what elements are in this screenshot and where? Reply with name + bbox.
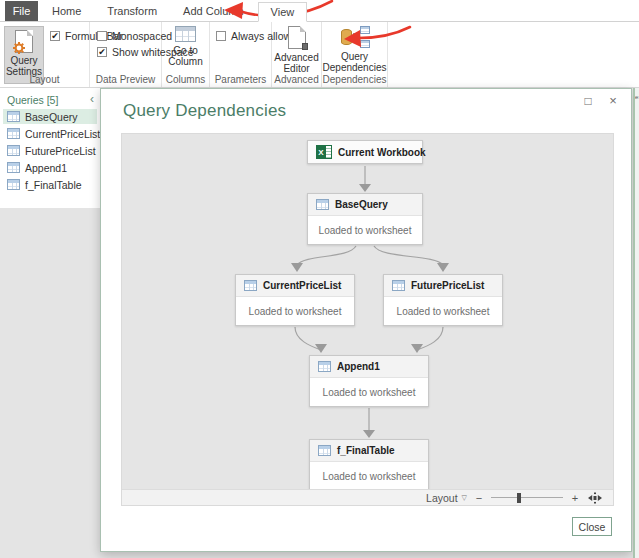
node-status: Loaded to worksheet — [308, 216, 422, 244]
ribbon-group-dependencies: Query Dependencies Dependencies — [322, 22, 388, 87]
chevron-down-icon: ▽ — [462, 494, 467, 502]
table-icon — [7, 111, 20, 122]
node-status: Loaded to worksheet — [310, 462, 428, 490]
gear-icon — [12, 41, 26, 55]
group-label-layout: Layout — [0, 74, 89, 85]
go-to-column-button[interactable]: Go to Column — [162, 26, 209, 67]
graph-node-current-workbook: Current Workbook — [307, 140, 423, 164]
node-status: Loaded to worksheet — [384, 297, 502, 325]
monospaced-checkbox[interactable]: Monospaced — [97, 30, 172, 42]
close-button[interactable]: Close — [572, 517, 612, 536]
tab-home[interactable]: Home — [40, 1, 93, 21]
dependency-graph-canvas[interactable]: Current Workbook BaseQuery Loaded to wor… — [121, 133, 614, 506]
table-icon — [7, 145, 20, 156]
tab-add-column[interactable]: Add Column — [171, 1, 256, 21]
group-label-data-preview: Data Preview — [90, 74, 161, 85]
ribbon-tab-bar: File Home Transform Add Column View — [0, 0, 639, 22]
ribbon-group-layout: Query Settings ✔ Formula Bar Layout — [0, 22, 90, 87]
node-status: Loaded to worksheet — [236, 297, 354, 325]
fit-to-view-button[interactable] — [587, 492, 603, 504]
checkbox-icon: ✔ — [50, 31, 60, 41]
group-label-columns: Columns — [162, 74, 209, 85]
ribbon-group-data-preview: Monospaced ✔ Show whitespace Data Previe… — [90, 22, 162, 87]
collapse-pane-icon[interactable]: ‹ — [90, 92, 94, 106]
table-icon — [318, 445, 331, 456]
graph-node-ffinaltable: f_FinalTable Loaded to worksheet — [309, 439, 429, 491]
ribbon-group-parameters: Always allow Parameters — [210, 22, 272, 87]
layout-dropdown[interactable]: Layout ▽ — [426, 492, 467, 504]
table-icon — [7, 162, 20, 173]
graph-node-basequery: BaseQuery Loaded to worksheet — [307, 193, 423, 245]
ribbon-group-advanced: Advanced Editor Advanced — [272, 22, 322, 87]
document-icon — [15, 30, 33, 53]
query-list-item-basequery[interactable]: BaseQuery — [3, 109, 97, 124]
table-icon — [7, 179, 20, 190]
close-icon[interactable]: × — [605, 93, 621, 109]
tab-view[interactable]: View — [258, 2, 308, 22]
graph-node-currentpricelist: CurrentPriceList Loaded to worksheet — [235, 274, 355, 326]
advanced-editor-button[interactable]: Advanced Editor — [272, 26, 321, 74]
table-icon — [244, 280, 257, 291]
query-list-item-currentpricelist[interactable]: CurrentPriceList — [3, 126, 97, 141]
query-dependencies-icon — [339, 26, 371, 48]
checkbox-icon — [216, 31, 226, 41]
ribbon-view: Query Settings ✔ Formula Bar Layout Mono… — [0, 22, 639, 88]
zoom-slider-handle[interactable] — [517, 493, 521, 503]
graph-toolbar: Layout ▽ − + — [122, 489, 613, 505]
query-dependencies-dialog: Query Dependencies □ × — [100, 88, 632, 552]
dialog-title: Query Dependencies — [123, 101, 286, 121]
group-label-dependencies: Dependencies — [322, 74, 387, 85]
database-cylinder-icon — [341, 29, 352, 45]
zoom-in-button[interactable]: + — [571, 492, 579, 504]
group-label-parameters: Parameters — [210, 74, 271, 85]
fit-to-view-icon — [587, 492, 603, 504]
graph-node-futurepricelist: FuturePriceList Loaded to worksheet — [383, 274, 503, 326]
checkbox-icon — [97, 31, 107, 41]
query-list-item-append1[interactable]: Append1 — [3, 160, 97, 175]
table-icon — [316, 199, 329, 210]
query-dependencies-button[interactable]: Query Dependencies — [322, 26, 387, 73]
query-list-item-ffinaltable[interactable]: f_FinalTable — [3, 177, 97, 192]
queries-pane-header: Queries [5] — [7, 94, 58, 106]
ribbon-group-columns: Go to Column Columns — [162, 22, 210, 87]
group-label-advanced: Advanced — [272, 74, 321, 85]
background-pane-sliver: e: — [633, 88, 639, 558]
table-grid-icon — [175, 26, 196, 42]
zoom-out-button[interactable]: − — [475, 492, 483, 504]
table-icon — [7, 128, 20, 139]
checkbox-icon: ✔ — [97, 47, 107, 57]
tab-transform[interactable]: Transform — [95, 1, 169, 21]
query-list-item-futurepricelist[interactable]: FuturePriceList — [3, 143, 97, 158]
graph-node-append1: Append1 Loaded to worksheet — [309, 355, 429, 407]
zoom-slider[interactable] — [491, 492, 563, 504]
queries-pane: Queries [5] ‹ BaseQuery CurrentPriceList… — [0, 88, 100, 208]
table-icon — [392, 280, 405, 291]
node-status: Loaded to worksheet — [310, 378, 428, 406]
excel-workbook-icon — [316, 145, 332, 159]
tab-file[interactable]: File — [5, 1, 38, 21]
maximize-icon[interactable]: □ — [580, 93, 596, 109]
ribbon-empty-space — [388, 22, 639, 87]
advanced-editor-icon — [288, 26, 306, 49]
table-icon — [318, 361, 331, 372]
